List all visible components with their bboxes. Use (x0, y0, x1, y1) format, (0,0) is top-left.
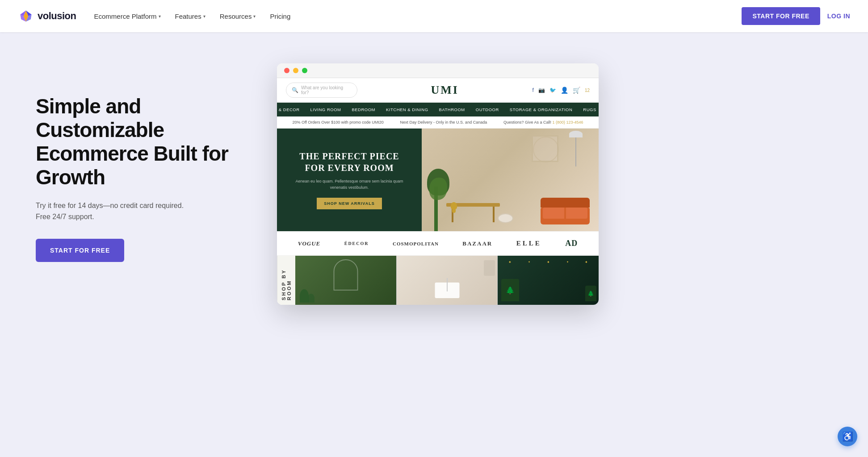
store-header: 🔍 What are you looking for? UMI f 📷 🐦 👤 … (277, 78, 599, 103)
cart-count: 12 (585, 88, 590, 93)
store-hero-cta-button[interactable]: SHOP NEW ARRIVALS (317, 198, 382, 209)
twitter-icon[interactable]: 🐦 (549, 87, 556, 93)
cart-icon[interactable]: 🛒 (573, 87, 580, 94)
press-bazaar: BAZAAR (462, 240, 492, 247)
facebook-icon[interactable]: f (533, 87, 534, 93)
room-image-1[interactable] (295, 256, 396, 305)
store-nav-pillows[interactable]: PILLOWS & DECOR (277, 103, 305, 116)
volusion-logo-icon (18, 8, 34, 24)
main-content: Simple and Customizable Ecommerce Built … (0, 32, 868, 457)
press-elle: ELLE (516, 240, 541, 247)
mirror-decor (532, 135, 558, 162)
browser-minimize-dot (293, 68, 298, 73)
store-hero-text: THE PERFECT PIECE FOR EVERY ROOM Aenean … (277, 129, 422, 231)
accessibility-button[interactable]: ♿ (838, 427, 857, 446)
press-logos-bar: VOGUE ÉDECOR COSMOPOLITAN BAZAAR ELLE AD (277, 231, 599, 256)
room-image-2[interactable] (396, 256, 498, 305)
store-hero-image (422, 129, 599, 231)
account-icon[interactable]: 👤 (561, 87, 568, 94)
search-icon: 🔍 (292, 87, 298, 93)
furniture-scene (422, 129, 599, 231)
chevron-down-icon: ▾ (159, 14, 161, 19)
login-button[interactable]: LOG IN (827, 12, 850, 20)
promo-delivery: Next Day Delivery - Only in the U.S. and… (400, 120, 487, 125)
store-nav-bathroom[interactable]: BATHROOM (434, 103, 470, 116)
vase-decoration (451, 202, 457, 212)
promo-phone: Questions? Give As a Call! 1 (800) 123-4… (503, 120, 583, 125)
nav-pricing[interactable]: Pricing (270, 12, 290, 20)
shop-by-room-label: SHOP BY ROOM (277, 256, 295, 305)
lamp-pole (575, 131, 576, 166)
logo-link[interactable]: volusion (18, 8, 76, 24)
shop-by-room-section: SHOP BY ROOM ✦ (277, 256, 599, 305)
store-search-bar[interactable]: 🔍 What are you looking for? (286, 83, 357, 98)
nav-actions: START FOR FREE LOG IN (742, 7, 850, 25)
nav-features[interactable]: Features ▾ (175, 12, 205, 20)
nav-resources[interactable]: Resources ▾ (220, 12, 256, 20)
store-logo: UMI (431, 83, 459, 97)
press-edecor: ÉDECOR (344, 241, 369, 246)
nav-ecommerce-platform[interactable]: Ecommerce Platform ▾ (94, 12, 160, 20)
instagram-icon[interactable]: 📷 (538, 87, 545, 93)
chevron-down-icon: ▾ (253, 14, 256, 19)
store-nav-living[interactable]: LIVING ROOM (305, 103, 347, 116)
press-ad: AD (565, 239, 578, 248)
chevron-down-icon: ▾ (203, 14, 205, 19)
browser-expand-dot (302, 68, 307, 73)
hero-title: Simple and Customizable Ecommerce Built … (36, 95, 250, 189)
store-hero-banner: THE PERFECT PIECE FOR EVERY ROOM Aenean … (277, 129, 599, 231)
search-placeholder: What are you looking for? (301, 85, 352, 95)
main-nav: volusion Ecommerce Platform ▾ Features ▾… (0, 0, 868, 32)
store-nav-kitchen[interactable]: KITCHEN & DINING (381, 103, 434, 116)
hero-subtitle: Try it free for 14 days—no credit card r… (36, 200, 250, 223)
promo-bar: 20% Off Orders Over $100 with promo code… (277, 116, 599, 129)
store-nav-storage[interactable]: STORAGE & ORGANIZATION (504, 103, 578, 116)
pouf-decoration (498, 213, 513, 223)
browser-mockup: 🔍 What are you looking for? UMI f 📷 🐦 👤 … (277, 63, 599, 305)
store-nav-outdoor[interactable]: OUTDOOR (470, 103, 504, 116)
press-vogue: VOGUE (298, 240, 321, 247)
store-navigation: PILLOWS & DECOR LIVING ROOM BEDROOM KITC… (277, 103, 599, 116)
room-images: ✦ ✦ ✦ ✦ ✦ 🌲 🌲 (295, 256, 599, 305)
browser-close-dot (284, 68, 289, 73)
store-nav-bedroom[interactable]: BEDROOM (346, 103, 381, 116)
start-for-free-nav-button[interactable]: START FOR FREE (742, 7, 820, 25)
store-hero-title: THE PERFECT PIECE FOR EVERY ROOM (290, 150, 408, 174)
room-image-3[interactable]: ✦ ✦ ✦ ✦ ✦ 🌲 🌲 (498, 256, 599, 305)
logo-text: volusion (38, 10, 76, 22)
press-cosmopolitan: COSMOPOLITAN (393, 241, 439, 246)
accessibility-icon: ♿ (842, 431, 853, 442)
store-header-icons: f 📷 🐦 👤 🛒 12 (533, 87, 590, 94)
browser-chrome (277, 63, 599, 78)
promo-offer: 20% Off Orders Over $100 with promo code… (292, 120, 383, 125)
start-for-free-hero-button[interactable]: START FOR FREE (36, 239, 124, 262)
store-hero-subtitle: Aenean eu leo quam. Pellentesque ornare … (290, 178, 408, 191)
plant-decoration (427, 169, 445, 231)
hero-section: Simple and Customizable Ecommerce Built … (36, 59, 250, 262)
lights-decoration: ✦ ✦ ✦ ✦ ✦ (498, 260, 599, 264)
sofa-decoration (541, 198, 590, 224)
nav-links: Ecommerce Platform ▾ Features ▾ Resource… (94, 12, 742, 20)
store-nav-rugs[interactable]: RUGS (578, 103, 599, 116)
